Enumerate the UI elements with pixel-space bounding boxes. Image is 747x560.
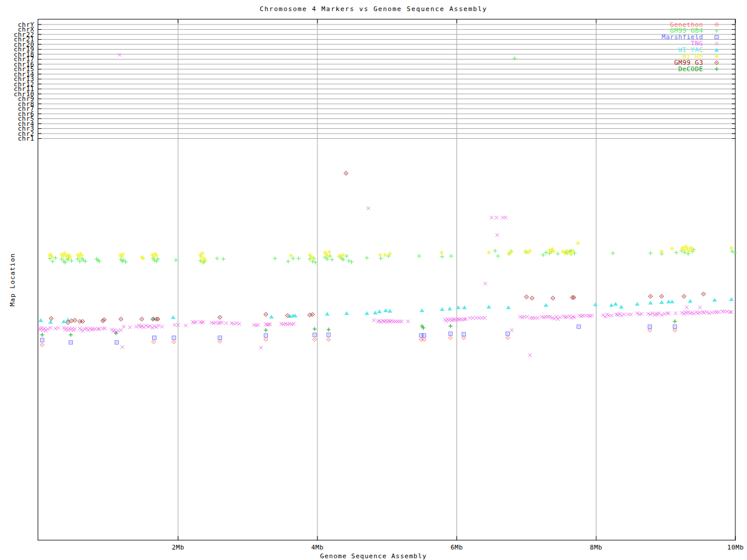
point — [659, 250, 664, 254]
point — [296, 257, 301, 261]
point — [400, 320, 403, 323]
point — [673, 328, 677, 332]
point — [462, 336, 466, 340]
point — [506, 332, 509, 335]
point — [573, 316, 576, 319]
point — [327, 328, 331, 332]
point — [449, 254, 453, 258]
series-decode — [40, 320, 677, 337]
point — [729, 298, 734, 302]
point — [541, 253, 545, 257]
point — [174, 258, 178, 262]
point — [688, 299, 693, 303]
point — [698, 306, 701, 309]
point — [344, 312, 349, 316]
point — [327, 250, 331, 254]
point — [217, 321, 220, 325]
point — [388, 309, 392, 313]
point — [310, 256, 315, 260]
point — [313, 333, 316, 337]
point — [674, 251, 678, 255]
point — [122, 325, 125, 328]
x-tick-label: 8Mb — [590, 544, 602, 551]
point — [69, 333, 73, 337]
point — [115, 341, 118, 344]
point — [259, 346, 263, 349]
point — [330, 258, 334, 262]
point — [140, 317, 144, 321]
point — [200, 260, 204, 264]
point — [635, 302, 640, 306]
point — [659, 300, 664, 304]
chr-tick-label: chr1 — [18, 135, 35, 142]
point — [587, 314, 590, 317]
point — [670, 247, 674, 251]
point — [674, 312, 678, 315]
point — [495, 216, 498, 219]
point — [200, 251, 204, 256]
point — [619, 305, 623, 309]
point — [487, 251, 491, 255]
point — [372, 318, 376, 322]
point — [200, 321, 204, 324]
point — [715, 36, 718, 39]
point — [141, 257, 145, 261]
point — [53, 256, 57, 260]
point — [39, 318, 43, 323]
point — [73, 327, 76, 331]
point — [73, 318, 77, 323]
point — [378, 253, 382, 257]
point — [264, 328, 268, 332]
point — [687, 249, 691, 253]
point — [81, 320, 85, 324]
point — [172, 340, 176, 344]
point — [220, 321, 224, 324]
point — [544, 303, 549, 307]
point — [659, 295, 664, 299]
point — [556, 252, 560, 256]
point — [155, 254, 159, 258]
point — [528, 249, 532, 253]
point — [365, 256, 369, 260]
plot-border — [38, 19, 735, 540]
point — [690, 248, 694, 252]
point — [224, 321, 228, 325]
point — [341, 253, 345, 257]
point — [712, 298, 717, 302]
point — [648, 301, 653, 305]
point — [327, 333, 330, 337]
point — [264, 338, 268, 342]
point — [457, 318, 460, 321]
x-tick-label: 6Mb — [451, 544, 463, 551]
series-genethon — [40, 328, 677, 347]
point — [373, 311, 378, 315]
point — [422, 338, 426, 342]
point — [57, 326, 60, 330]
point — [40, 338, 44, 342]
point — [551, 250, 556, 254]
point — [40, 343, 44, 347]
point — [264, 334, 268, 337]
point — [173, 323, 176, 327]
point — [49, 317, 53, 321]
point — [218, 340, 222, 344]
x-tick-label: 2Mb — [172, 544, 184, 551]
point — [119, 317, 123, 321]
point — [484, 282, 487, 285]
point — [221, 257, 225, 261]
point — [525, 315, 529, 318]
point — [495, 233, 499, 237]
point — [673, 320, 677, 324]
point — [218, 316, 222, 320]
x-tick-label: 10Mb — [727, 544, 744, 551]
point — [569, 253, 573, 257]
chart-canvas: Chromosome 4 Markers vs Genome Sequence … — [0, 0, 747, 560]
point — [406, 320, 410, 323]
point — [379, 257, 383, 261]
point — [313, 327, 317, 331]
point — [327, 338, 331, 342]
point — [593, 303, 598, 307]
point — [504, 216, 507, 219]
point — [366, 206, 370, 210]
point — [172, 336, 176, 340]
